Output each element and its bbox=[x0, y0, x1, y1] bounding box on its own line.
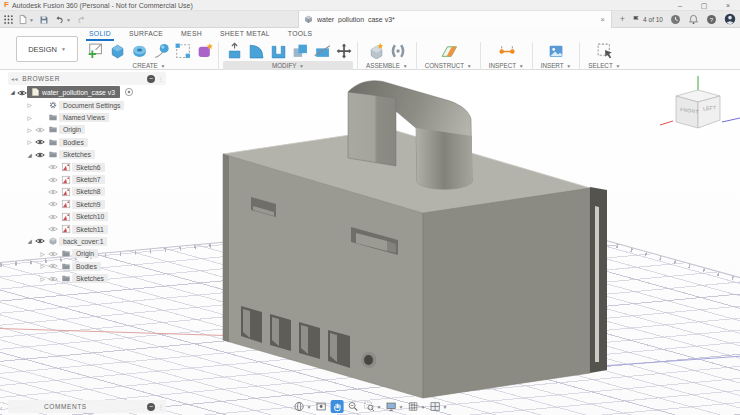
visibility-eye-icon[interactable] bbox=[47, 225, 59, 233]
form-button[interactable] bbox=[194, 41, 214, 60]
expand-arrow-icon[interactable]: ▷ bbox=[38, 276, 47, 282]
new-component-button[interactable] bbox=[366, 41, 386, 60]
ribbon-group-label[interactable]: SELECT ▼ bbox=[584, 61, 624, 70]
comments-bar[interactable]: COMMENTS − ⋮ bbox=[8, 400, 166, 413]
panel-grip-icon[interactable]: ⋮ bbox=[157, 75, 164, 82]
close-tab-icon[interactable]: × bbox=[598, 15, 607, 24]
browser-item-sketch11[interactable]: Sketch11 bbox=[8, 223, 178, 235]
revolve-button[interactable] bbox=[128, 41, 148, 60]
visibility-eye-icon[interactable] bbox=[47, 163, 59, 171]
maximize-button[interactable]: ▢ bbox=[692, 0, 716, 11]
file-menu-icon[interactable]: ▼ bbox=[18, 14, 34, 25]
display-settings-button[interactable]: ▼ bbox=[385, 400, 404, 413]
split-button[interactable] bbox=[311, 41, 331, 60]
visibility-eye-icon[interactable] bbox=[34, 151, 46, 159]
visibility-eye-icon[interactable] bbox=[34, 237, 46, 245]
browser-header[interactable]: ◂◂ BROWSER − ⋮ bbox=[8, 72, 166, 85]
fillet-button[interactable] bbox=[245, 41, 265, 60]
press-pull-button[interactable] bbox=[223, 41, 243, 60]
browser-item-bodies[interactable]: ▷ Bodies bbox=[8, 136, 178, 148]
pan-button[interactable] bbox=[331, 400, 344, 413]
visibility-eye-icon[interactable] bbox=[47, 275, 59, 283]
browser-item-origin[interactable]: ▷ Origin bbox=[8, 248, 178, 260]
browser-item-sketch6[interactable]: Sketch6 bbox=[8, 161, 178, 173]
sweep-button[interactable] bbox=[150, 41, 170, 60]
expand-arrow-icon[interactable]: ▷ bbox=[25, 102, 34, 108]
case-side-face[interactable] bbox=[423, 188, 590, 398]
comments-minus-icon[interactable]: − bbox=[147, 403, 155, 411]
shell-button[interactable] bbox=[267, 41, 287, 60]
browser-item-sketch8[interactable]: Sketch8 bbox=[8, 186, 178, 198]
ribbon-tab-sheet-metal[interactable]: SHEET METAL bbox=[211, 28, 279, 40]
browser-item-bodies[interactable]: ▷ Bodies bbox=[8, 260, 178, 272]
browser-root-item[interactable]: ◢ water_pollution_case v3 bbox=[8, 85, 178, 99]
ribbon-tab-mesh[interactable]: MESH bbox=[172, 28, 211, 40]
browser-item-origin[interactable]: ▷ Origin bbox=[8, 124, 178, 136]
ribbon-group-label[interactable]: CONSTRUCT ▼ bbox=[421, 61, 476, 70]
visibility-eye-icon[interactable] bbox=[47, 176, 59, 184]
construct-plane-button[interactable] bbox=[438, 41, 458, 60]
browser-item-sketches[interactable]: ◢ Sketches bbox=[8, 149, 178, 161]
browser-item-sketch7[interactable]: Sketch7 bbox=[8, 173, 178, 185]
browser-item-sketches[interactable]: ▷ Sketches bbox=[8, 272, 178, 284]
ribbon-group-label[interactable]: MODIFY ▼ bbox=[223, 61, 353, 70]
collapse-comments-icon[interactable]: ‹ bbox=[0, 405, 2, 412]
ribbon-tab-tools[interactable]: TOOLS bbox=[279, 28, 321, 40]
move-copy-button[interactable] bbox=[333, 41, 353, 60]
look-at-button[interactable] bbox=[315, 400, 328, 413]
orbit-button[interactable]: ▼ bbox=[293, 400, 312, 413]
view-cube[interactable]: FRONT LEFT bbox=[658, 72, 740, 152]
zoom-button[interactable] bbox=[347, 400, 360, 413]
visibility-eye-icon[interactable] bbox=[34, 138, 46, 146]
visibility-eye-icon[interactable] bbox=[47, 213, 59, 221]
ribbon-group-label[interactable]: INSPECT ▼ bbox=[485, 61, 528, 70]
job-status-clock-icon[interactable] bbox=[670, 11, 681, 29]
user-avatar-icon[interactable] bbox=[724, 11, 736, 29]
collapse-panel-icon[interactable]: ◂◂ bbox=[11, 75, 18, 82]
close-button[interactable]: × bbox=[716, 0, 740, 11]
expand-arrow-icon[interactable]: ▷ bbox=[25, 115, 34, 121]
measure-button[interactable] bbox=[496, 41, 516, 60]
help-icon[interactable]: ? bbox=[706, 11, 717, 29]
expand-arrow-icon[interactable]: ▷ bbox=[25, 139, 34, 145]
pattern-button[interactable] bbox=[172, 41, 192, 60]
browser-item-back-cover-1[interactable]: ◢ back_cover:1 bbox=[8, 235, 178, 247]
notifications-bell-icon[interactable] bbox=[688, 11, 699, 29]
redo-icon[interactable] bbox=[76, 15, 87, 25]
ribbon-group-label[interactable]: CREATE ▼ bbox=[129, 61, 170, 70]
visibility-eye-icon[interactable] bbox=[47, 262, 59, 270]
case-handle-leg-right[interactable] bbox=[416, 128, 473, 189]
save-icon[interactable] bbox=[39, 15, 49, 25]
viewports-button[interactable]: ▼ bbox=[428, 400, 447, 413]
activate-component-radio[interactable] bbox=[124, 87, 134, 97]
combine-button[interactable] bbox=[289, 41, 309, 60]
panel-minus-icon[interactable]: − bbox=[147, 75, 155, 83]
expand-arrow-icon[interactable]: ▷ bbox=[25, 127, 34, 133]
extrude-button[interactable] bbox=[106, 41, 126, 60]
document-count-badge[interactable]: 4 of 10 bbox=[632, 15, 663, 24]
new-tab-button[interactable]: + bbox=[616, 13, 629, 26]
grid-settings-button[interactable]: ▼ bbox=[406, 400, 425, 413]
expand-arrow-icon[interactable]: ◢ bbox=[8, 89, 17, 95]
undo-icon[interactable]: ▼ bbox=[54, 15, 71, 25]
visibility-eye-icon[interactable] bbox=[17, 83, 27, 101]
visibility-eye-icon[interactable] bbox=[34, 126, 46, 134]
case-handle-leg-left[interactable] bbox=[348, 92, 396, 166]
visibility-eye-icon[interactable] bbox=[47, 200, 59, 208]
grid-menu-icon[interactable] bbox=[4, 15, 13, 24]
viewport-canvas[interactable]: FRONT LEFT ◂◂ BROWSER − ⋮ ◢ water_pollut… bbox=[0, 70, 740, 415]
insert-canvas-button[interactable] bbox=[546, 41, 566, 60]
ribbon-tab-solid[interactable]: SOLID bbox=[80, 28, 120, 40]
create-sketch-button[interactable] bbox=[84, 41, 104, 60]
comments-grip-icon[interactable]: ⋮ bbox=[157, 403, 164, 410]
expand-arrow-icon[interactable]: ▷ bbox=[38, 251, 47, 257]
expand-arrow-icon[interactable]: ▷ bbox=[38, 263, 47, 269]
expand-arrow-icon[interactable]: ◢ bbox=[25, 152, 34, 158]
joint-button[interactable] bbox=[388, 41, 408, 60]
browser-item-document-settings[interactable]: ▷ Document Settings bbox=[8, 99, 178, 111]
browser-item-sketch10[interactable]: Sketch10 bbox=[8, 211, 178, 223]
expand-arrow-icon[interactable]: ◢ bbox=[25, 238, 34, 244]
visibility-eye-icon[interactable] bbox=[47, 188, 59, 196]
workspace-selector[interactable]: DESIGN▼ bbox=[16, 36, 78, 62]
ribbon-group-label[interactable]: ASSEMBLE ▼ bbox=[362, 61, 412, 70]
